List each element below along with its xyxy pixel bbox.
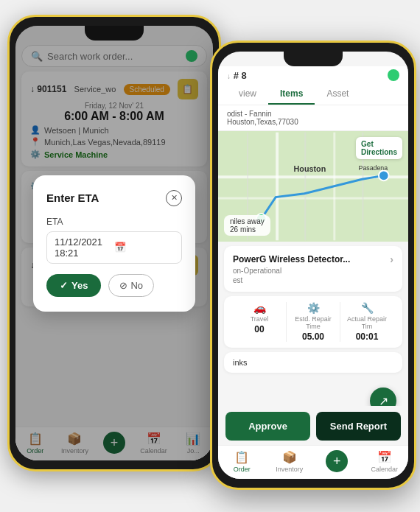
phone-2: ↓ # 8 view Items Asset odist - Fannin: [210, 41, 416, 490]
stats-row: 🚗 Travel 00 ⚙️ Estd. Repair Time 05.00 🔧…: [224, 296, 402, 348]
phone2-notch: [284, 52, 343, 66]
p2-nav-inventory[interactable]: 📦 Inventory: [266, 450, 314, 473]
repair-time-icon: ⚙️: [290, 302, 337, 314]
links-label: inks: [233, 358, 248, 367]
p2-order-icon: 📋: [234, 450, 249, 464]
svg-text:Pasadena: Pasadena: [359, 164, 388, 172]
device-section[interactable]: PowerG Wireless Detector... › on-Operati…: [224, 246, 402, 292]
eta-value: 11/12/2021 18:21: [55, 236, 114, 259]
actual-time-icon: 🔧: [343, 302, 391, 314]
p2-tab-bar: view Items Asset: [227, 84, 399, 105]
device-status2: est: [233, 276, 393, 284]
device-status1: on-Operational: [233, 267, 393, 275]
p2-connection-dot: [388, 69, 399, 81]
repair-value: 05.00: [290, 332, 337, 342]
svg-point-8: [379, 171, 389, 181]
eta-modal: Enter ETA ✕ ETA 11/12/2021 18:21 📅 ✓ Yes…: [33, 175, 195, 312]
actual-value: 00:01: [343, 332, 391, 342]
map-background: Houston Pasadena Get Directions niles aw…: [218, 131, 408, 242]
p2-nav-calendar[interactable]: 📅 Calendar: [361, 450, 409, 473]
bottom-nav-2: 📋 Order 📦 Inventory + 📅 Calendar: [218, 445, 408, 479]
repair-label: Estd. Repair Time: [290, 315, 337, 330]
ban-icon: ⊘: [119, 280, 127, 291]
svg-rect-5: [304, 133, 306, 241]
actual-label: Actual Repair Tim: [343, 315, 391, 330]
eta-yes-button[interactable]: ✓ Yes: [46, 274, 101, 297]
travel-value: 00: [236, 324, 283, 334]
tab-items[interactable]: Items: [268, 84, 315, 105]
check-icon: ✓: [60, 280, 68, 291]
phone1-screen: 🔍 ↓ 901151 Service_wo Scheduled 📋 Friday…: [15, 26, 213, 460]
stat-actual-time: 🔧 Actual Repair Tim 00:01: [340, 302, 393, 342]
approve-button[interactable]: Approve: [225, 412, 310, 441]
travel-label: Travel: [236, 315, 283, 323]
tab-view[interactable]: view: [227, 84, 268, 105]
p2-calendar-icon: 📅: [377, 450, 392, 464]
stat-repair-time: ⚙️ Estd. Repair Time 05.00: [287, 302, 340, 342]
address-line2: Houston,Texas,77030: [227, 118, 399, 126]
chevron-right-icon: ›: [390, 253, 393, 265]
tab-asset[interactable]: Asset: [315, 84, 360, 105]
phone-1: 🔍 ↓ 901151 Service_wo Scheduled 📋 Friday…: [7, 15, 221, 471]
eta-modal-title: Enter ETA: [46, 192, 99, 204]
eta-close-button[interactable]: ✕: [166, 190, 182, 206]
p2-inventory-icon: 📦: [282, 450, 297, 464]
p2-action-bar: Approve Send Report: [218, 406, 408, 446]
links-row[interactable]: inks: [224, 352, 402, 373]
p2-wo-id: ↓ # 8: [227, 70, 247, 81]
eta-field-label: ETA: [46, 217, 182, 227]
calendar-icon: 📅: [114, 242, 174, 253]
map-area: Houston Pasadena Get Directions niles aw…: [218, 131, 408, 242]
svg-rect-1: [218, 197, 408, 200]
travel-icon: 🚗: [236, 302, 283, 314]
send-report-button[interactable]: Send Report: [316, 412, 401, 441]
phone2-screen: ↓ # 8 view Items Asset odist - Fannin: [218, 52, 408, 479]
svg-text:Houston: Houston: [294, 164, 326, 173]
eta-no-button[interactable]: ⊘ No: [108, 274, 154, 297]
svg-rect-2: [276, 133, 279, 241]
p2-nav-add[interactable]: +: [313, 450, 361, 473]
stat-travel: 🚗 Travel 00: [233, 302, 287, 342]
get-directions-button[interactable]: Get Directions: [356, 137, 402, 159]
p2-nav-order[interactable]: 📋 Order: [218, 450, 266, 473]
eta-overlay: Enter ETA ✕ ETA 11/12/2021 18:21 📅 ✓ Yes…: [15, 26, 213, 460]
address-bar: odist - Fannin Houston,Texas,77030: [218, 105, 408, 131]
address-line1: odist - Fannin: [227, 110, 399, 118]
distance-badge: niles away 26 mins: [224, 215, 270, 236]
eta-input-wrap[interactable]: 11/12/2021 18:21 📅: [46, 231, 182, 264]
p2-header: ↓ # 8 view Items Asset: [218, 66, 408, 105]
device-name-label: PowerG Wireless Detector...: [233, 254, 350, 264]
p2-add-icon: +: [326, 450, 348, 472]
